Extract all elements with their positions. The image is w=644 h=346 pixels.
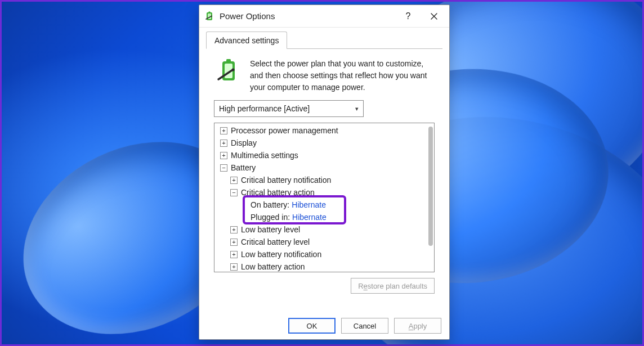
tree-node[interactable]: Processor power management [214,124,434,137]
help-button[interactable]: ? [395,7,421,25]
tree-setting[interactable]: On battery:Hibernate [214,199,434,211]
close-button[interactable] [421,7,447,25]
power-plan-select[interactable]: High performance [Active] ▾ [214,100,364,117]
tree-node-label: Processor power management [231,126,338,135]
setting-key: Plugged in: [251,213,290,222]
cancel-button[interactable]: Cancel [341,318,388,334]
power-options-dialog: Power Options ? Advanced settings [199,5,450,340]
expand-icon[interactable] [220,127,227,134]
expand-icon[interactable] [220,152,227,159]
setting-value[interactable]: Hibernate [292,200,326,209]
expand-icon[interactable] [230,251,238,258]
svg-point-7 [231,68,234,71]
tree-node-label: Low battery level [241,225,300,234]
ok-button[interactable]: OK [288,318,336,334]
tree-node[interactable]: Critical battery notification [214,174,434,186]
tab-advanced-settings[interactable]: Advanced settings [206,32,287,49]
expand-icon[interactable] [220,140,227,147]
svg-rect-1 [209,11,211,12]
tree-node[interactable]: Critical battery level [214,236,434,248]
settings-tree: Processor power managementDisplayMultime… [214,123,435,272]
expand-icon[interactable] [230,177,238,184]
tree-node-label: Critical battery level [241,237,310,246]
scrollbar[interactable] [428,127,433,268]
tree-node-label: Battery [231,163,256,172]
window-title: Power Options [220,11,395,21]
tree-node[interactable]: Display [214,137,434,149]
tree-node-label: Multimedia settings [231,151,298,160]
tree-node-label: Critical battery action [241,188,315,197]
expand-icon[interactable] [230,263,238,271]
tree-node-label: Low battery action [241,262,305,271]
battery-plan-icon [216,58,242,84]
svg-point-3 [211,15,212,16]
svg-rect-5 [226,59,231,62]
tree-node[interactable]: Battery [214,161,434,174]
close-icon [431,13,437,20]
tree-node-label: Low battery notification [241,250,321,259]
tree-node[interactable]: Low battery action [214,260,434,272]
tree-node-label: Critical battery notification [241,176,331,185]
setting-value[interactable]: Hibernate [292,213,327,222]
tree-setting[interactable]: Plugged in:Hibernate [214,211,434,223]
tree-node[interactable]: Critical battery action [214,186,434,199]
collapse-icon[interactable] [230,189,238,196]
expand-icon[interactable] [230,239,238,246]
titlebar[interactable]: Power Options ? [199,5,449,28]
tree-node[interactable]: Low battery notification [214,248,434,260]
expand-icon[interactable] [230,226,238,233]
tree-node-label: Display [231,138,257,147]
restore-defaults-button[interactable]: Restore plan defaults [351,278,435,294]
intro-text: Select the power plan that you want to c… [250,58,435,93]
collapse-icon[interactable] [220,164,227,172]
power-plan-selected: High performance [Active] [219,104,310,113]
setting-key: On battery: [251,200,289,209]
apply-button[interactable]: Apply [394,318,441,334]
power-options-icon [205,11,215,21]
tree-node[interactable]: Low battery level [214,223,434,236]
tree-node[interactable]: Multimedia settings [214,149,434,161]
chevron-down-icon: ▾ [355,105,359,113]
